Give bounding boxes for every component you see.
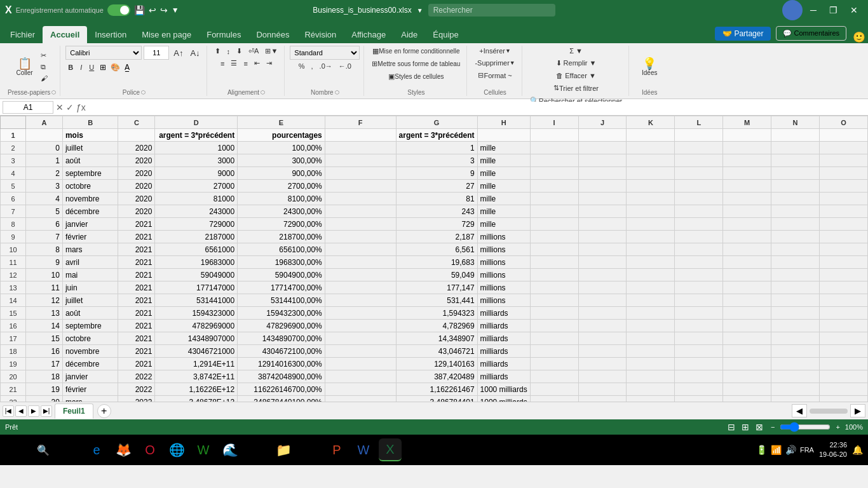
sheet-nav-last[interactable]: ▶| <box>41 405 52 417</box>
cell[interactable]: mois <box>62 129 118 142</box>
cell[interactable]: 9 <box>26 256 63 269</box>
cell[interactable] <box>819 370 867 383</box>
row-number[interactable]: 15 <box>1 307 26 320</box>
share-button[interactable]: 🤝 Partager <box>715 27 771 41</box>
col-header-J[interactable]: J <box>578 116 627 129</box>
cell[interactable] <box>675 193 723 205</box>
cell[interactable]: mille <box>477 205 530 218</box>
restore-button[interactable]: ❐ <box>824 3 843 18</box>
cell[interactable]: 1000 <box>155 142 238 154</box>
cell[interactable] <box>627 269 675 281</box>
cell-styles-button[interactable]: ▣ Styles de cellules <box>386 71 446 82</box>
cell[interactable] <box>578 269 627 281</box>
row-number[interactable]: 20 <box>1 370 26 383</box>
cell[interactable]: 1434890700,00% <box>238 332 325 345</box>
cell[interactable]: 16 <box>26 345 63 358</box>
horizontal-scrollbar[interactable] <box>810 409 848 414</box>
cell[interactable]: 2021 <box>118 358 155 370</box>
cell[interactable] <box>578 294 627 307</box>
cell[interactable] <box>819 269 867 281</box>
thousands-button[interactable]: , <box>309 61 316 71</box>
cell[interactable] <box>325 142 396 154</box>
cell[interactable] <box>771 180 820 193</box>
cell[interactable] <box>675 231 723 243</box>
cell[interactable]: 14 <box>26 320 63 332</box>
cell[interactable] <box>675 129 723 142</box>
cell[interactable] <box>723 218 771 231</box>
cell[interactable] <box>627 129 675 142</box>
cell[interactable] <box>675 358 723 370</box>
cell[interactable] <box>325 231 396 243</box>
cell[interactable]: 531441000 <box>155 294 238 307</box>
row-number[interactable]: 1 <box>1 129 26 142</box>
edge-icon[interactable]: e <box>85 438 108 461</box>
cell[interactable]: août <box>62 307 118 320</box>
opera-icon[interactable]: O <box>139 438 161 461</box>
cell[interactable] <box>578 358 627 370</box>
cell[interactable]: 2021 <box>118 332 155 345</box>
cell[interactable]: 4,782969 <box>396 320 477 332</box>
italic-button[interactable]: I <box>78 62 85 72</box>
cell[interactable] <box>771 193 820 205</box>
page-break-button[interactable]: ⊠ <box>753 421 766 433</box>
sheet-nav-first[interactable]: |◀ <box>3 405 14 417</box>
font-expand-icon[interactable]: ⬡ <box>141 90 146 95</box>
insert-function-icon[interactable]: ƒx <box>76 102 86 112</box>
cell[interactable] <box>627 231 675 243</box>
row-number[interactable]: 10 <box>1 243 26 256</box>
avatar[interactable] <box>782 0 803 20</box>
cell[interactable] <box>723 370 771 383</box>
cell[interactable]: juin <box>62 281 118 294</box>
sort-button[interactable]: ⇅ Trier et filtrer <box>551 83 601 93</box>
font-color-button[interactable]: A̲ <box>123 62 131 73</box>
cell[interactable] <box>675 218 723 231</box>
cell[interactable]: 5 <box>26 205 63 218</box>
col-header-D[interactable]: D <box>155 116 238 129</box>
filename-chevron-icon[interactable]: ▼ <box>417 7 423 14</box>
cell[interactable] <box>578 396 627 402</box>
explorer-icon[interactable]: 📁 <box>272 438 295 461</box>
cell[interactable] <box>771 294 820 307</box>
undo-icon[interactable]: ↩ <box>149 5 156 15</box>
cell[interactable] <box>325 129 396 142</box>
taskview-button[interactable]: ⧉ <box>58 438 81 461</box>
cell[interactable] <box>723 281 771 294</box>
cell[interactable] <box>627 218 675 231</box>
close-button[interactable]: ✕ <box>845 3 863 18</box>
cell[interactable] <box>627 193 675 205</box>
cell[interactable] <box>477 129 530 142</box>
cell[interactable]: 3,8742E+11 <box>155 370 238 383</box>
cell[interactable]: mille <box>477 180 530 193</box>
cell[interactable] <box>530 320 578 332</box>
delete-button[interactable]: - Supprimer ▼ <box>472 58 517 68</box>
cell[interactable] <box>771 396 820 402</box>
sheet-nav-next[interactable]: ▶ <box>28 405 39 417</box>
cell[interactable] <box>530 243 578 256</box>
cell[interactable] <box>325 243 396 256</box>
cell[interactable]: mars <box>62 396 118 402</box>
table-format-button[interactable]: ⊞ Mettre sous forme de tableau <box>369 58 463 69</box>
cell[interactable] <box>723 332 771 345</box>
word-icon[interactable]: W <box>352 438 375 461</box>
row-number[interactable]: 6 <box>1 193 26 205</box>
cell[interactable]: 53144100,00% <box>238 294 325 307</box>
cell[interactable] <box>578 332 627 345</box>
cell[interactable]: 2021 <box>118 307 155 320</box>
cell[interactable] <box>819 218 867 231</box>
confirm-formula-icon[interactable]: ✓ <box>66 102 74 112</box>
cell[interactable] <box>530 281 578 294</box>
row-number[interactable]: 8 <box>1 218 26 231</box>
merge-button[interactable]: ⊞▼ <box>262 46 280 57</box>
cell[interactable] <box>26 129 63 142</box>
col-header-M[interactable]: M <box>723 116 771 129</box>
cell[interactable] <box>325 345 396 358</box>
number-format-select[interactable]: Standard <box>290 46 360 60</box>
cell[interactable]: 6 <box>26 218 63 231</box>
cell[interactable]: décembre <box>62 358 118 370</box>
cell[interactable] <box>723 205 771 218</box>
cell[interactable] <box>819 332 867 345</box>
search-taskbar[interactable]: 🔍 <box>32 438 55 461</box>
row-number[interactable]: 5 <box>1 180 26 193</box>
cell[interactable]: 3,486784401 <box>396 396 477 402</box>
tab-accueil[interactable]: Accueil <box>43 26 87 43</box>
